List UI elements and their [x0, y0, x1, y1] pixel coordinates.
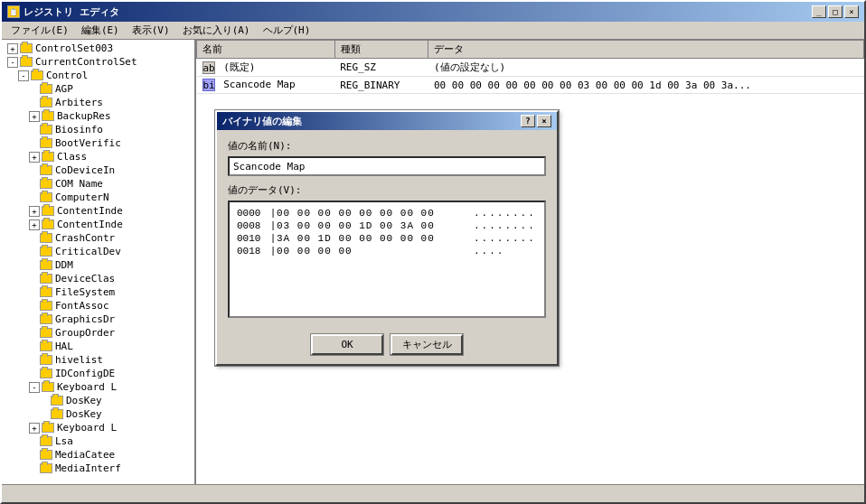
- folder-open-icon: [42, 382, 54, 392]
- hex-bytes: 00 00 00 00 00 00 00 00: [277, 208, 474, 219]
- tree-node-deviceclas[interactable]: DeviceClas: [4, 272, 193, 285]
- tree-node-criticaldev[interactable]: CriticalDev: [4, 245, 193, 258]
- tree-node-computern[interactable]: ComputerN: [4, 191, 193, 204]
- tree-node-graphicsdr[interactable]: GraphicsDr: [4, 313, 193, 326]
- tree-label: Control: [46, 70, 88, 81]
- hex-row: 0010 | 3A 00 1D 00 00 00 00 00 ........: [237, 233, 537, 244]
- tree-node-controlset003[interactable]: + ControlSet003: [4, 42, 193, 55]
- tree-node-grouporder[interactable]: GroupOrder: [4, 326, 193, 340]
- tree-node-class[interactable]: + Class: [4, 150, 193, 163]
- tree-label: hivelist: [55, 354, 103, 366]
- tree-node-control[interactable]: - Control: [4, 69, 193, 82]
- tree-node-mediacatee[interactable]: MediaCatee: [4, 448, 193, 462]
- folder-icon: [40, 138, 52, 148]
- folder-icon: [40, 355, 52, 365]
- expand-icon[interactable]: +: [29, 152, 40, 163]
- registry-table: 名前 種類 データ ab (既定) REG_SZ (値の設定なし): [196, 40, 864, 94]
- tree-node-idconfigde[interactable]: IDConfigDE: [4, 367, 193, 380]
- folder-icon: [40, 287, 52, 297]
- col-name[interactable]: 名前: [197, 41, 335, 59]
- folder-icon: [40, 463, 52, 473]
- tree-panel[interactable]: + ControlSet003 - CurrentControlSet - Co…: [2, 40, 196, 484]
- name-input[interactable]: [228, 156, 546, 176]
- tree-node-hal[interactable]: HAL: [4, 340, 193, 353]
- hex-bytes: 3A 00 1D 00 00 00 00 00: [277, 233, 474, 244]
- menu-edit[interactable]: 編集(E): [76, 23, 125, 38]
- tree-node-keyboardl1[interactable]: - Keyboard L: [4, 380, 193, 394]
- tree-node-biosinfo[interactable]: Biosinfo: [4, 123, 193, 136]
- dialog-title-text: バイナリ値の編集: [222, 115, 302, 128]
- folder-icon: [40, 125, 52, 135]
- tree-label: MediaInterf: [55, 462, 121, 474]
- expand-icon[interactable]: -: [29, 382, 40, 393]
- tree-node-contentinde1[interactable]: + ContentInde: [4, 204, 193, 218]
- tree-node-crashcontr[interactable]: CrashContr: [4, 231, 193, 245]
- dialog-title-bar: バイナリ値の編集 ? ×: [217, 112, 557, 130]
- reg-type-cell: REG_SZ: [334, 59, 428, 77]
- hex-ascii: ........: [474, 208, 537, 219]
- menu-help[interactable]: ヘルプ(H): [258, 23, 316, 38]
- col-type[interactable]: 種類: [334, 41, 428, 59]
- tree-node-codevicein[interactable]: CoDeviceIn: [4, 163, 193, 177]
- expand-icon[interactable]: -: [7, 57, 18, 68]
- reg-name-cell: ab (既定): [197, 59, 335, 77]
- binary-edit-dialog[interactable]: バイナリ値の編集 ? × 値の名前(N): 値のデータ(V): 0000 | 0…: [215, 110, 559, 366]
- expand-icon[interactable]: +: [29, 111, 40, 122]
- minimize-button[interactable]: _: [812, 5, 826, 18]
- hex-bytes: 00 00 00 00: [277, 246, 474, 257]
- tree-node-ddm[interactable]: DDM: [4, 258, 193, 272]
- tree-node-doskey1[interactable]: DosKey: [4, 394, 193, 407]
- tree-node-agp[interactable]: AGP: [4, 82, 193, 96]
- tree-node-lsa[interactable]: Lsa: [4, 434, 193, 448]
- cancel-button[interactable]: キャンセル: [391, 334, 463, 355]
- hex-ascii: ........: [474, 220, 537, 231]
- tree-label: DosKey: [66, 408, 102, 420]
- tree-node-mediainterf[interactable]: MediaInterf: [4, 462, 193, 475]
- tree-label: BackupRes: [57, 110, 111, 122]
- tree-node-hivelist[interactable]: hivelist: [4, 353, 193, 367]
- table-row[interactable]: ab (既定) REG_SZ (値の設定なし): [197, 59, 864, 77]
- expand-icon[interactable]: +: [29, 219, 40, 230]
- col-data[interactable]: データ: [428, 41, 864, 59]
- tree-node-doskey2[interactable]: DosKey: [4, 407, 193, 421]
- folder-icon: [40, 179, 52, 189]
- folder-icon: [40, 260, 52, 270]
- folder-icon: [40, 314, 52, 324]
- menu-view[interactable]: 表示(V): [127, 23, 175, 38]
- tree-node-fontassoc[interactable]: FontAssoc: [4, 299, 193, 313]
- tree-node-currentcontrolset[interactable]: - CurrentControlSet: [4, 55, 193, 69]
- data-label: 値のデータ(V):: [228, 183, 546, 197]
- window-title: レジストリ エディタ: [24, 5, 119, 19]
- folder-icon: [40, 84, 52, 94]
- maximize-button[interactable]: □: [828, 5, 842, 18]
- expand-icon[interactable]: +: [7, 43, 18, 54]
- dialog-help-button[interactable]: ?: [521, 115, 535, 127]
- expand-icon[interactable]: -: [18, 70, 29, 81]
- expand-icon[interactable]: +: [29, 423, 40, 434]
- tree-label: FontAssoc: [55, 300, 109, 312]
- menu-favorites[interactable]: お気に入り(A): [177, 23, 256, 38]
- tree-label: CriticalDev: [55, 246, 121, 257]
- ok-button[interactable]: OK: [311, 334, 383, 355]
- tree-node-comname[interactable]: COM Name: [4, 177, 193, 191]
- tree-node-bootverific[interactable]: BootVerific: [4, 136, 193, 150]
- tree-label: CrashContr: [55, 232, 115, 244]
- hex-data-area[interactable]: 0000 | 00 00 00 00 00 00 00 00 ........ …: [228, 201, 546, 318]
- close-button[interactable]: ×: [844, 5, 859, 18]
- hex-ascii: ....: [474, 246, 537, 257]
- tree-label: IDConfigDE: [55, 368, 115, 379]
- folder-icon: [40, 274, 52, 284]
- menu-file[interactable]: ファイル(E): [5, 23, 74, 38]
- table-row[interactable]: bi Scancode Map REG_BINARY 00 00 00 00 0…: [197, 77, 864, 94]
- tree-label: ContentInde: [57, 219, 123, 230]
- tree-label: Lsa: [55, 435, 73, 447]
- tree-node-backupres[interactable]: + BackupRes: [4, 109, 193, 123]
- hex-bytes: 03 00 00 00 1D 00 3A 00: [277, 220, 474, 231]
- tree-node-contentinde2[interactable]: + ContentInde: [4, 218, 193, 231]
- dialog-close-button[interactable]: ×: [537, 115, 551, 127]
- tree-node-filesystem[interactable]: FileSystem: [4, 285, 193, 299]
- tree-node-arbiters[interactable]: Arbiters: [4, 96, 193, 109]
- hex-offset: 0018: [237, 246, 269, 257]
- expand-icon[interactable]: +: [29, 206, 40, 217]
- tree-node-keyboardl2[interactable]: + Keyboard L: [4, 421, 193, 434]
